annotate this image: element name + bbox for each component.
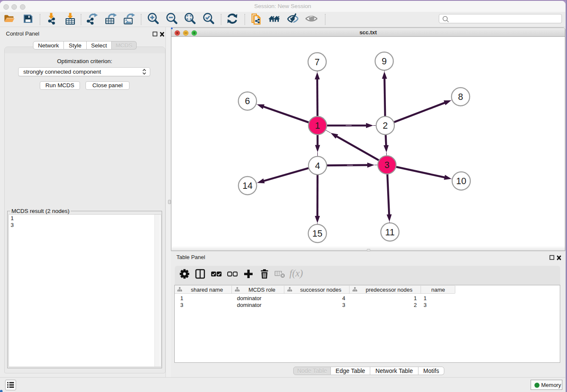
- svg-text:6: 6: [245, 96, 250, 106]
- svg-text:3: 3: [385, 160, 390, 170]
- svg-text:8: 8: [458, 92, 463, 102]
- svg-text:4: 4: [315, 161, 320, 171]
- svg-text:7: 7: [315, 57, 320, 67]
- svg-text:1: 1: [315, 121, 320, 131]
- svg-text:11: 11: [385, 227, 394, 237]
- svg-text:14: 14: [242, 181, 253, 191]
- svg-text:9: 9: [382, 56, 387, 66]
- svg-text:15: 15: [312, 229, 322, 239]
- svg-text:2: 2: [383, 121, 388, 131]
- svg-text:10: 10: [456, 176, 466, 186]
